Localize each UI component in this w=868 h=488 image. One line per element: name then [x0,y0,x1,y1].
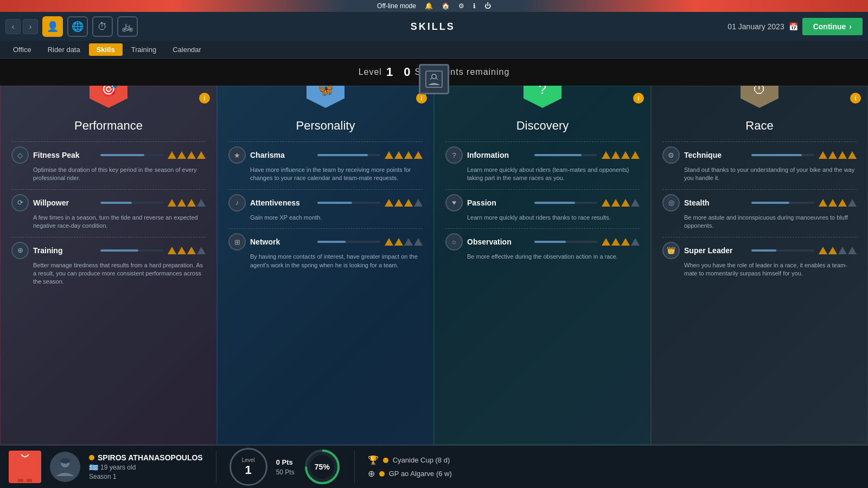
skill-icon-race-1: ◎ [662,194,680,211]
skill-points-value: 0 [404,65,410,79]
subnav-calendar[interactable]: Calendar [165,43,209,56]
card-icon-personality: 🦋 [307,86,344,108]
triangle-1 [828,199,837,207]
rider-photo [50,452,80,482]
clock-icon[interactable]: ⏱ [92,16,113,37]
level-small-label: Level [242,457,255,463]
skill-triangles-performance-1 [168,199,206,207]
triangle-3 [631,238,640,246]
skill-desc-personality-1: Gain more XP each month. [250,214,423,222]
skill-header-race-1: ◎Stealth [662,194,857,211]
power-icon[interactable]: ⏻ [484,2,491,10]
race-icon[interactable]: 🚲 [117,16,138,37]
pts-current: 0 Pts [276,458,293,466]
skill-card-discovery: ?iDiscovery?InformationLearn more quickl… [434,86,651,445]
triangle-1 [611,199,620,207]
triangle-3 [197,247,206,254]
settings-icon[interactable]: ⚙ [458,2,464,10]
skill-header-discovery-0: ?Information [445,146,640,164]
skill-desc-personality-0: Have more influence in the team by recei… [250,166,423,183]
skill-bar-performance-1 [100,202,163,204]
triangle-0 [385,238,393,246]
rider-icon[interactable]: 👤 [42,16,63,37]
skill-item-race-2: 👑Super LeaderWhen you have the role of l… [662,242,857,278]
skill-item-discovery-1: ♥PassionLearn more quickly about riders … [445,194,640,222]
card-icon-race: ⏱ [741,86,778,108]
subnav-rider-data[interactable]: Rider data [40,43,88,56]
skill-name-personality-2: Network [250,237,313,246]
skill-desc-race-2: When you have the role of leader in a ra… [684,261,857,278]
skill-name-discovery-2: Observation [467,237,530,246]
skill-name-race-0: Technique [684,151,747,159]
skill-icon-race-0: ⚙ [662,146,680,164]
bottom-bar: SPIROS ATHANASOPOULOS 🇬🇷 19 years old Se… [0,445,868,488]
forward-button[interactable]: › [23,19,38,34]
rider-jersey [9,451,41,483]
skill-header-personality-2: ⊞Network [228,233,423,251]
divider-performance-2 [11,237,206,237]
skill-name-race-1: Stealth [684,198,747,207]
skill-triangles-race-1 [819,199,857,207]
skill-header-performance-0: ◇Fitness Peak [11,146,206,164]
trophy-icon: 🏆 [368,455,379,465]
skill-icon-personality-2: ⊞ [228,233,246,251]
skill-icon-performance-0: ◇ [11,146,29,164]
triangle-0 [819,199,827,207]
subnav-skills[interactable]: Skills [89,43,123,56]
skill-bar-performance-0 [100,154,163,156]
rider-age: 19 years old [100,464,136,471]
skill-triangles-discovery-0 [602,151,640,159]
back-button[interactable]: ‹ [5,19,21,34]
triangle-3 [197,199,206,207]
pts-total: 50 Pts [276,468,295,476]
skill-item-discovery-2: ○ObservationBe more effective during the… [445,233,640,261]
divider-race-2 [662,237,857,237]
skill-bar-race-1 [751,202,814,204]
skill-header-race-0: ⚙Technique [662,146,857,164]
skill-bar-discovery-1 [534,202,597,204]
triangle-2 [838,151,847,159]
skill-desc-discovery-1: Learn more quickly about riders thanks t… [467,214,640,222]
globe-icon[interactable]: 🌐 [67,16,88,37]
skill-desc-race-0: Stand out thanks to your understanding o… [684,166,857,183]
triangle-3 [848,199,857,207]
triangle-1 [611,238,620,246]
info-icon[interactable]: ℹ [473,2,476,10]
skill-triangles-race-0 [819,151,857,159]
rider-info: SPIROS ATHANASOPOULOS 🇬🇷 19 years old Se… [89,453,203,480]
rider-level-circle: Level 1 [229,448,267,486]
calendar-icon[interactable]: 📅 [789,22,798,31]
triangle-1 [828,151,837,159]
skill-triangles-performance-0 [168,151,206,159]
skill-item-race-1: ◎StealthBe more astute and inconspicuous… [662,194,857,230]
info-btn-personality[interactable]: i [416,93,427,104]
skill-item-personality-2: ⊞NetworkBy having more contacts of inter… [228,233,423,269]
svg-point-9 [60,458,70,464]
continue-button[interactable]: Continue › [802,18,863,35]
divider-race-0 [662,142,857,142]
skill-name-performance-1: Willpower [33,198,96,207]
triangle-1 [394,151,403,159]
skill-bar-discovery-0 [534,154,597,156]
offline-mode-text: Off-line mode [377,2,416,10]
skill-item-performance-2: ⊕TrainingBetter manage tiredness that re… [11,242,206,286]
card-icon-discovery: ? [524,86,561,108]
triangle-2 [838,199,847,207]
skill-desc-performance-1: A few times in a season, turn the tide a… [33,214,206,230]
home-icon[interactable]: 🏠 [442,2,450,10]
info-btn-discovery[interactable]: i [633,93,644,104]
skill-desc-personality-2: By having more contacts of interest, hav… [250,253,423,269]
skill-name-discovery-1: Passion [467,198,530,207]
info-btn-race[interactable]: i [850,93,861,104]
divider-performance-0 [11,142,206,142]
skill-header-race-2: 👑Super Leader [662,242,857,259]
subnav-training[interactable]: Training [124,43,164,56]
notification-icon[interactable]: 🔔 [425,2,433,10]
skill-bar-performance-2 [100,249,163,252]
triangle-0 [602,199,610,207]
card-title-discovery: Discovery [445,119,640,133]
info-btn-performance[interactable]: i [199,93,210,104]
subnav-office[interactable]: Office [5,43,39,56]
race-name-0: Cyanide Cup (8 d) [393,456,450,464]
card-title-performance: Performance [11,119,206,133]
